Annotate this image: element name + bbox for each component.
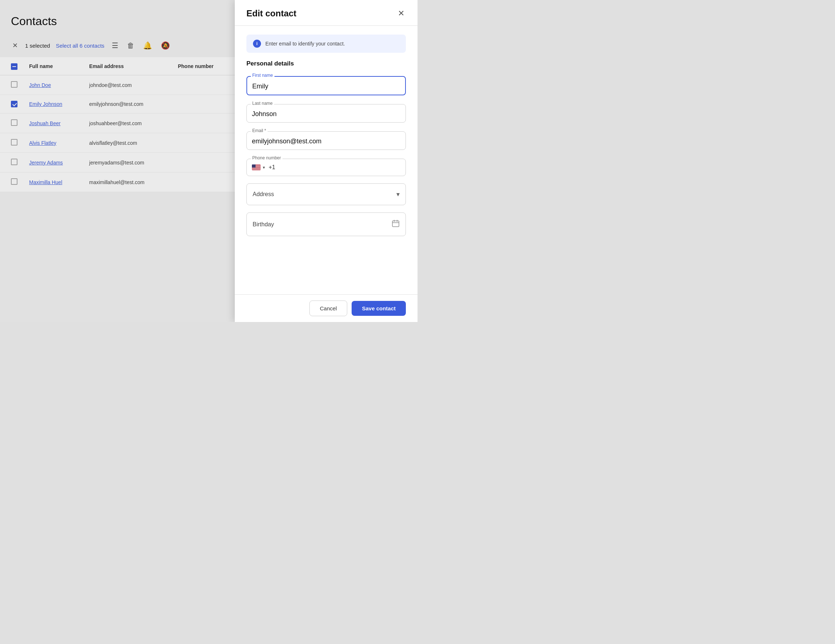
country-dropdown-arrow: ▼ [262, 165, 266, 170]
selection-bar: ✕ 1 selected Select all 6 contacts ☰ 🗑 🔔… [0, 35, 235, 56]
table-row: Emily Johnsonemilyjohnson@test.com [0, 95, 235, 114]
contact-name-link-5[interactable]: Maximilla Huel [29, 179, 62, 185]
first-name-label: First name [251, 73, 275, 78]
phone-field: Phone number [247, 159, 406, 176]
page-title: Contacts [0, 0, 235, 35]
header-checkbox[interactable] [11, 63, 18, 70]
svg-rect-8 [252, 168, 261, 169]
last-name-input[interactable] [247, 104, 406, 123]
svg-rect-12 [252, 164, 255, 168]
svg-rect-11 [252, 170, 261, 170]
table-row: John Doejohndoe@test.com [0, 75, 235, 95]
add-to-list-button[interactable]: ☰ [110, 40, 120, 51]
email-field: Email * [247, 131, 406, 150]
last-name-field: Last name [247, 104, 406, 123]
row-email-2: joshuahbeer@test.com [83, 114, 172, 133]
contact-name-link-1[interactable]: Emily Johnson [29, 101, 62, 107]
table-row: Jeremy Adamsjeremyadams@test.com [0, 153, 235, 172]
save-contact-button[interactable]: Save contact [352, 301, 406, 316]
notification-off-button[interactable]: 🔕 [159, 40, 171, 51]
close-panel-button[interactable]: ✕ [396, 7, 406, 19]
personal-details-section-title: Personal details [247, 60, 406, 67]
birthday-field[interactable]: Birthday [247, 213, 406, 236]
cancel-button[interactable]: Cancel [309, 300, 348, 316]
row-name-1: Emily Johnson [23, 95, 83, 114]
svg-rect-9 [252, 169, 261, 169]
contact-name-link-0[interactable]: John Doe [29, 82, 51, 88]
contacts-panel: Contacts ✕ 1 selected Select all 6 conta… [0, 0, 235, 322]
row-phone-4 [172, 153, 235, 172]
address-field: Address ▾ [247, 183, 406, 205]
row-checkbox-1[interactable] [11, 101, 18, 107]
country-selector[interactable]: ▼ [252, 164, 266, 170]
row-name-3: Alvis Flatley [23, 133, 83, 153]
col-phone: Phone number [172, 57, 235, 75]
row-checkbox-cell-0[interactable] [0, 75, 23, 95]
contact-name-link-2[interactable]: Joshuah Beer [29, 120, 60, 126]
phone-input-wrapper: ▼ +1 [247, 159, 406, 176]
delete-icon: 🗑 [127, 42, 134, 50]
row-checkbox-cell-1[interactable] [0, 95, 23, 114]
info-banner: i Enter email to identify your contact. [247, 34, 406, 53]
row-name-2: Joshuah Beer [23, 114, 83, 133]
edit-contact-panel: Edit contact ✕ i Enter email to identify… [235, 0, 418, 322]
info-icon: i [253, 40, 261, 48]
row-checkbox-2[interactable] [11, 119, 18, 126]
first-name-field: First name [247, 76, 406, 95]
address-label: Address [253, 191, 274, 198]
last-name-label: Last name [251, 101, 274, 106]
close-icon: ✕ [398, 9, 405, 18]
calendar-icon [392, 219, 400, 229]
info-banner-text: Enter email to identify your contact. [265, 41, 345, 47]
row-name-5: Maximilla Huel [23, 172, 83, 192]
svg-rect-10 [252, 169, 261, 169]
delete-button[interactable]: 🗑 [125, 40, 136, 51]
table-row: Alvis Flatleyalvisflatley@test.com [0, 133, 235, 153]
phone-input[interactable] [278, 164, 400, 170]
us-flag-icon [252, 164, 261, 170]
row-email-3: alvisflatley@test.com [83, 133, 172, 153]
svg-rect-13 [392, 221, 399, 227]
row-checkbox-cell-2[interactable] [0, 114, 23, 133]
contact-name-link-3[interactable]: Alvis Flatley [29, 140, 57, 146]
table-row: Joshuah Beerjoshuahbeer@test.com [0, 114, 235, 133]
chevron-down-icon: ▾ [396, 190, 400, 198]
selected-count: 1 selected [25, 42, 50, 49]
row-checkbox-cell-4[interactable] [0, 153, 23, 172]
first-name-input[interactable] [247, 76, 406, 95]
row-email-1: emilyjohnson@test.com [83, 95, 172, 114]
phone-prefix: +1 [269, 164, 275, 170]
col-email: Email address [83, 57, 172, 75]
table-row: Maximilla Huelmaximillahuel@test.com [0, 172, 235, 192]
row-phone-5 [172, 172, 235, 192]
row-checkbox-3[interactable] [11, 139, 18, 146]
row-checkbox-5[interactable] [11, 178, 18, 185]
row-phone-2 [172, 114, 235, 133]
notification-on-icon: 🔔 [143, 41, 152, 50]
select-all-button[interactable]: Select all 6 contacts [56, 42, 104, 49]
row-phone-3 [172, 133, 235, 153]
close-icon: ✕ [12, 42, 18, 49]
birthday-label: Birthday [253, 221, 274, 228]
row-name-4: Jeremy Adams [23, 153, 83, 172]
address-dropdown[interactable]: Address ▾ [247, 183, 406, 205]
col-fullname: Full name [23, 57, 83, 75]
deselect-button[interactable]: ✕ [11, 40, 19, 51]
email-input[interactable] [247, 131, 406, 150]
row-checkbox-4[interactable] [11, 159, 18, 165]
edit-footer: Cancel Save contact [235, 294, 418, 322]
edit-header: Edit contact ✕ [235, 0, 418, 26]
row-email-4: jeremyadams@test.com [83, 153, 172, 172]
edit-title: Edit contact [247, 8, 296, 19]
row-phone-0 [172, 75, 235, 95]
contact-name-link-4[interactable]: Jeremy Adams [29, 160, 63, 165]
row-checkbox-cell-3[interactable] [0, 133, 23, 153]
row-checkbox-0[interactable] [11, 81, 18, 88]
notification-on-button[interactable]: 🔔 [141, 40, 154, 51]
row-checkbox-cell-5[interactable] [0, 172, 23, 192]
email-label: Email * [251, 128, 268, 133]
phone-label: Phone number [251, 155, 283, 161]
svg-rect-7 [252, 168, 261, 168]
select-all-header[interactable] [0, 57, 23, 75]
row-email-5: maximillahuel@test.com [83, 172, 172, 192]
